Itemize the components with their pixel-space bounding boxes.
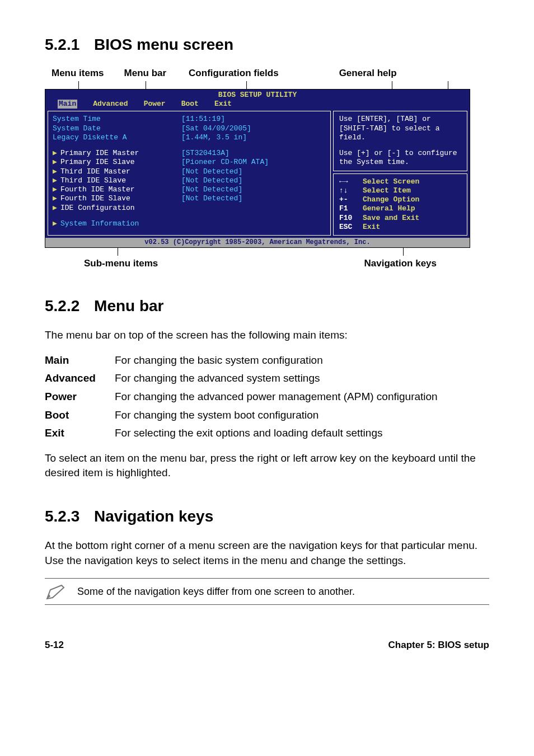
definition: For changing the basic system configurat…: [115, 353, 489, 368]
field-value[interactable]: [1.44M, 3.5 in]: [181, 133, 326, 142]
bios-value-column: [11:51:19] [Sat 04/09/2005] [1.44M, 3.5 …: [177, 111, 330, 235]
pencil-note-icon: [45, 582, 67, 601]
callout-labels-top: Menu items Menu bar Configuration fields…: [45, 67, 489, 80]
description-list: MainFor changing the basic system config…: [45, 353, 489, 441]
term: Exit: [45, 426, 115, 441]
navkey-label: Change Option: [363, 195, 419, 204]
navkey-row: F1General Help: [339, 204, 461, 213]
heading-521: 5.2.1 BIOS menu screen: [45, 34, 489, 55]
field-value: [Pioneer CD-ROM ATA]: [181, 158, 326, 167]
definition: For selecting the exit options and loadi…: [115, 426, 489, 441]
heading-title: Menu bar: [94, 297, 163, 314]
navkey-label: Select Screen: [363, 177, 419, 186]
bios-tab-boot[interactable]: Boot: [181, 100, 199, 109]
paragraph: At the bottom right corner of a menu scr…: [45, 538, 489, 568]
heading-num: 5.2.2: [45, 297, 79, 314]
callout-ticks-top: [45, 81, 489, 89]
bios-body: System Time System Date Legacy Diskette …: [45, 109, 470, 238]
callout-general-help: General help: [339, 67, 397, 80]
navkey-row: +-Change Option: [339, 195, 461, 204]
help-text: Use [ENTER], [TAB] or [SHIFT-TAB] to sel…: [339, 115, 461, 142]
navkey-label: Save and Exit: [363, 214, 419, 223]
bios-help-box: Use [ENTER], [TAB] or [SHIFT-TAB] to sel…: [333, 111, 467, 171]
bios-main-panel: System Time System Date Legacy Diskette …: [48, 111, 331, 236]
bios-tab-bar: Main Advanced Power Boot Exit: [45, 100, 470, 109]
term: Boot: [45, 408, 115, 423]
field-value: [ST320413A]: [181, 149, 326, 158]
callout-navigation-keys: Navigation keys: [364, 257, 437, 270]
bios-title: BIOS SETUP UTILITY: [45, 90, 470, 100]
field-value[interactable]: [11:51:19]: [181, 115, 326, 124]
navkey-key: ESC: [339, 223, 363, 232]
definition: For changing the advanced system setting…: [115, 371, 489, 386]
list-item[interactable]: ▶Third IDE Slave: [53, 176, 172, 185]
definition: For changing the advanced power manageme…: [115, 389, 489, 405]
submenu-arrow-icon: ▶: [53, 204, 60, 213]
list-item[interactable]: System Time: [53, 115, 172, 124]
list-item[interactable]: ▶Primary IDE Master: [53, 149, 172, 158]
submenu-arrow-icon: ▶: [53, 167, 60, 176]
list-item[interactable]: Legacy Diskette A: [53, 133, 172, 142]
bios-tab-advanced[interactable]: Advanced: [93, 100, 128, 109]
bios-right-panel: Use [ENTER], [TAB] or [SHIFT-TAB] to sel…: [333, 111, 467, 236]
field-value: [Not Detected]: [181, 176, 326, 185]
table-row: MainFor changing the basic system config…: [45, 353, 489, 368]
submenu-arrow-icon: ▶: [53, 194, 60, 203]
term: Power: [45, 389, 115, 405]
note-text: Some of the navigation keys differ from …: [77, 585, 355, 599]
list-item[interactable]: System Date: [53, 124, 172, 133]
bios-copyright-footer: v02.53 (C)Copyright 1985-2003, American …: [45, 238, 470, 247]
callout-ticks-bottom: [45, 248, 489, 256]
list-item[interactable]: ▶Third IDE Master: [53, 167, 172, 176]
navkey-row: ↑↓Select Item: [339, 186, 461, 195]
navkey-row: F10Save and Exit: [339, 214, 461, 223]
list-item[interactable]: ▶Fourth IDE Master: [53, 185, 172, 194]
bios-tab-power[interactable]: Power: [144, 100, 166, 109]
navkey-key: ↑↓: [339, 186, 363, 195]
callout-menu-bar: Menu bar: [124, 67, 167, 80]
list-item[interactable]: ▶IDE Configuration: [53, 204, 172, 213]
definition: For changing the system boot configurati…: [115, 408, 489, 423]
field-value[interactable]: [Sat 04/09/2005]: [181, 124, 326, 133]
bios-tab-main[interactable]: Main: [58, 100, 77, 109]
table-row: BootFor changing the system boot configu…: [45, 408, 489, 423]
term: Advanced: [45, 371, 115, 386]
bios-figure: Menu items Menu bar Configuration fields…: [45, 67, 489, 270]
term: Main: [45, 353, 115, 368]
submenu-arrow-icon: ▶: [53, 149, 60, 158]
table-row: PowerFor changing the advanced power man…: [45, 389, 489, 405]
heading-num: 5.2.1: [45, 36, 79, 53]
navkey-row: ESCExit: [339, 223, 461, 232]
list-item[interactable]: ▶System Information: [53, 219, 172, 228]
list-item[interactable]: ▶Fourth IDE Slave: [53, 194, 172, 203]
field-value: [Not Detected]: [181, 167, 326, 176]
heading-title: BIOS menu screen: [94, 36, 233, 53]
navkey-row: ←→Select Screen: [339, 177, 461, 186]
callout-labels-bottom: Sub-menu items Navigation keys: [45, 257, 470, 270]
navkey-key: F10: [339, 214, 363, 223]
bios-window: BIOS SETUP UTILITY Main Advanced Power B…: [45, 89, 470, 248]
callout-submenu-items: Sub-menu items: [84, 257, 158, 270]
note-callout: Some of the navigation keys differ from …: [45, 578, 489, 605]
navkey-label: Exit: [363, 223, 380, 232]
submenu-arrow-icon: ▶: [53, 176, 60, 185]
navkey-key: +-: [339, 195, 363, 204]
table-row: ExitFor selecting the exit options and l…: [45, 426, 489, 441]
callout-menu-items: Menu items: [51, 67, 104, 80]
bios-tab-exit[interactable]: Exit: [214, 100, 232, 109]
table-row: AdvancedFor changing the advanced system…: [45, 371, 489, 386]
submenu-arrow-icon: ▶: [53, 158, 60, 167]
navkey-label: Select Item: [363, 186, 411, 195]
paragraph: The menu bar on top of the screen has th…: [45, 328, 489, 343]
submenu-arrow-icon: ▶: [53, 219, 60, 228]
navkey-key: F1: [339, 204, 363, 213]
chapter-label: Chapter 5: BIOS setup: [388, 638, 489, 652]
field-value: [Not Detected]: [181, 185, 326, 194]
paragraph: To select an item on the menu bar, press…: [45, 451, 489, 481]
heading-title: Navigation keys: [94, 508, 213, 525]
heading-num: 5.2.3: [45, 508, 79, 525]
bios-navkeys-box: ←→Select Screen ↑↓Select Item +-Change O…: [333, 173, 467, 236]
submenu-arrow-icon: ▶: [53, 185, 60, 194]
list-item[interactable]: ▶Primary IDE Slave: [53, 158, 172, 167]
field-value: [Not Detected]: [181, 194, 326, 203]
